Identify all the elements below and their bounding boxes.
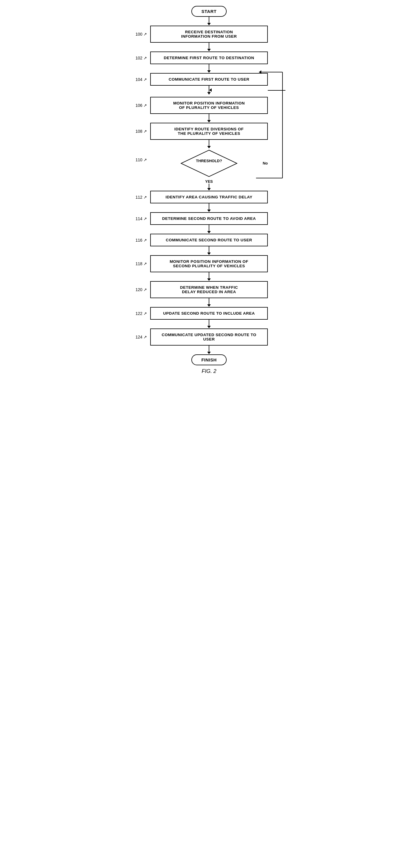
process-118: MONITOR POSITION INFORMATION OFSECOND PL… xyxy=(150,255,268,272)
finish-terminal: FINISH xyxy=(191,354,227,365)
process-120: DETERMINE WHEN TRAFFICDELAY REDUCED IN A… xyxy=(150,281,268,298)
arrow xyxy=(209,298,209,305)
step-row-114: 114 ↗ DETERMINE SECOND ROUTE TO AVOID AR… xyxy=(127,212,291,225)
arrow xyxy=(209,184,209,188)
yes-section: YES xyxy=(205,179,213,184)
step-label-106: 106 ↗ xyxy=(136,103,147,108)
step-label-120: 120 ↗ xyxy=(136,287,147,292)
diamond-110: THRESHOLD? xyxy=(180,149,238,178)
process-112: IDENTIFY AREA CAUSING TRAFFIC DELAY xyxy=(150,191,268,204)
process-114: DETERMINE SECOND ROUTE TO AVOID AREA xyxy=(150,212,268,225)
figure-caption: FIG. 2 xyxy=(202,368,216,374)
arrow xyxy=(209,114,209,120)
arrow xyxy=(209,320,209,326)
step-row-104: 104 ↗ COMMUNICATE FIRST ROUTE TO USER xyxy=(127,73,291,86)
step-row-116: 116 ↗ COMMUNICATE SECOND ROUTE TO USER xyxy=(127,234,291,246)
step-row-124: 124 ↗ COMMUNICATE UPDATED SECOND ROUTE T… xyxy=(127,329,291,346)
arrow xyxy=(209,17,209,23)
arrow xyxy=(209,225,209,231)
arrow xyxy=(209,204,209,210)
yes-label: YES xyxy=(205,179,213,184)
arrow xyxy=(209,64,209,71)
arrow xyxy=(209,246,209,253)
step-label-110: 110 ↗ xyxy=(136,157,147,162)
start-terminal: START xyxy=(191,6,227,17)
svg-marker-0 xyxy=(181,150,237,177)
step-label-114: 114 ↗ xyxy=(136,216,147,221)
process-106: MONITOR POSITION INFORMATIONOF PLURALITY… xyxy=(150,97,268,114)
step-label-116: 116 ↗ xyxy=(136,238,147,243)
process-108: IDENTIFY ROUTE DIVERSIONS OFTHE PLURALIT… xyxy=(150,123,268,140)
flowchart: START 100 ↗ RECEIVE DESTINATIONINFORMATI… xyxy=(127,6,291,374)
step-row-106: 106 ↗ MONITOR POSITION INFORMATIONOF PLU… xyxy=(127,97,291,114)
step-label-118: 118 ↗ xyxy=(136,261,147,266)
step-label-122: 122 ↗ xyxy=(136,311,147,316)
step-row-118: 118 ↗ MONITOR POSITION INFORMATION OFSEC… xyxy=(127,255,291,272)
step-label-100: 100 ↗ xyxy=(136,32,147,36)
step-row-108: 108 ↗ IDENTIFY ROUTE DIVERSIONS OFTHE PL… xyxy=(127,123,291,140)
arrow xyxy=(209,272,209,279)
step-row-112: 112 ↗ IDENTIFY AREA CAUSING TRAFFIC DELA… xyxy=(127,191,291,204)
process-116: COMMUNICATE SECOND ROUTE TO USER xyxy=(150,234,268,246)
process-100: RECEIVE DESTINATIONINFORMATION FROM USER xyxy=(150,26,268,43)
step-row-102: 102 ↗ DETERMINE FIRST ROUTE TO DESTINATI… xyxy=(127,52,291,64)
step-row-100: 100 ↗ RECEIVE DESTINATIONINFORMATION FRO… xyxy=(127,26,291,43)
step-label-102: 102 ↗ xyxy=(136,56,147,60)
svg-text:THRESHOLD?: THRESHOLD? xyxy=(196,159,222,163)
step-label-124: 124 ↗ xyxy=(136,335,147,339)
step-label-112: 112 ↗ xyxy=(136,195,147,199)
process-104: COMMUNICATE FIRST ROUTE TO USER xyxy=(150,73,268,86)
arrow xyxy=(209,346,209,352)
process-122: UPDATE SECOND ROUTE TO INCLUDE AREA xyxy=(150,307,268,320)
step-label-104: 104 ↗ xyxy=(136,77,147,82)
feedback-join xyxy=(127,86,291,94)
step-row-122: 122 ↗ UPDATE SECOND ROUTE TO INCLUDE ARE… xyxy=(127,307,291,320)
process-102: DETERMINE FIRST ROUTE TO DESTINATION xyxy=(150,52,268,64)
step-label-108: 108 ↗ xyxy=(136,129,147,134)
step-row-120: 120 ↗ DETERMINE WHEN TRAFFICDELAY REDUCE… xyxy=(127,281,291,298)
process-124: COMMUNICATE UPDATED SECOND ROUTE TO USER xyxy=(150,329,268,346)
arrow xyxy=(209,140,209,146)
arrow xyxy=(209,43,209,49)
